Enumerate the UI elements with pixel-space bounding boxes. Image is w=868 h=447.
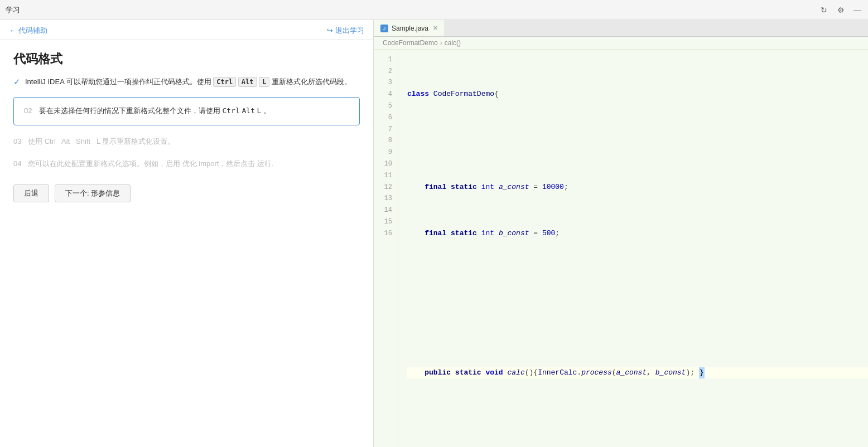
step1-text: IntelliJ IDEA 可以帮助您通过一项操作纠正代码格式。使用 Ctrl … xyxy=(25,76,351,88)
breadcrumb-class: CodeFormatDemo xyxy=(383,39,438,47)
code-line-3: final static int a_const = 10000; xyxy=(407,182,868,193)
ln-7: 7 xyxy=(374,124,398,135)
step2-number: 02 xyxy=(24,106,32,115)
breadcrumb-method: calc() xyxy=(445,39,461,47)
tab-label: Sample.java xyxy=(392,25,428,32)
step2-text: 要在未选择任何行的情况下重新格式化整个文件，请使用 Ctrl Alt L 。 xyxy=(39,106,271,115)
step4-text: 您可以在此处配置重新格式化选项。例如，启用 优化 import，然后点击 运行. xyxy=(28,159,274,168)
page-title: 代码格式 xyxy=(13,51,360,67)
tab-close-icon[interactable]: ✕ xyxy=(433,25,438,32)
ln-4: 4 xyxy=(374,89,398,100)
step2-kbd2: Alt xyxy=(242,106,254,115)
ln-3: 3 xyxy=(374,77,398,89)
kw-class: class xyxy=(407,89,429,100)
ln-15: 15 xyxy=(374,216,398,228)
step2-box: 02 要在未选择任何行的情况下重新格式化整个文件，请使用 Ctrl Alt L … xyxy=(13,97,360,125)
ln-13: 13 xyxy=(374,193,398,205)
code-line-1: class CodeFormatDemo{ xyxy=(407,89,868,100)
step2-kbd3: L xyxy=(257,106,262,115)
java-file-icon: J xyxy=(380,25,388,32)
ln-14: 14 xyxy=(374,205,398,216)
step1: ✓ IntelliJ IDEA 可以帮助您通过一项操作纠正代码格式。使用 Ctr… xyxy=(13,76,360,88)
top-bar-actions: ↻ ⚙ — xyxy=(819,5,862,15)
ln-2: 2 xyxy=(374,66,398,77)
code-area[interactable]: 1 2 3 4 5 6 7 8 9 10 11 12 13 14 15 16 c… xyxy=(374,50,868,447)
top-bar: 学习 ↻ ⚙ — xyxy=(0,0,868,20)
breadcrumb-separator: › xyxy=(440,39,442,47)
left-panel: ← 代码辅助 ↪ 退出学习 代码格式 ✓ IntelliJ IDEA 可以帮助您… xyxy=(0,20,374,447)
sample-java-tab[interactable]: J Sample.java ✕ xyxy=(374,20,445,36)
main-area: ← 代码辅助 ↪ 退出学习 代码格式 ✓ IntelliJ IDEA 可以帮助您… xyxy=(0,20,868,447)
step1-check: ✓ IntelliJ IDEA 可以帮助您通过一项操作纠正代码格式。使用 Ctr… xyxy=(13,76,360,88)
step4: 04 您可以在此处配置重新格式化选项。例如，启用 优化 import，然后点击 … xyxy=(13,157,360,171)
code-line-8 xyxy=(407,414,868,425)
code-lines: class CodeFormatDemo{ final static int a… xyxy=(398,50,868,447)
right-panel: J Sample.java ✕ CodeFormatDemo › calc() … xyxy=(374,20,868,447)
exit-link[interactable]: ↪ 退出学习 xyxy=(327,26,364,36)
ln-16: 16 xyxy=(374,228,398,240)
tab-bar: J Sample.java ✕ xyxy=(374,20,868,37)
line-numbers: 1 2 3 4 5 6 7 8 9 10 11 12 13 14 15 16 xyxy=(374,50,398,447)
step3: 03 使用 Ctrl Alt Shift L 显示重新格式化设置。 xyxy=(13,134,360,149)
step2-kbd1: Ctrl xyxy=(223,106,240,115)
step1-kbd1: Ctrl xyxy=(213,77,236,87)
ln-11: 11 xyxy=(374,170,398,182)
minimize-icon[interactable]: — xyxy=(852,5,862,15)
ln-12: 12 xyxy=(374,182,398,193)
step3-number: 03 xyxy=(13,137,21,145)
refresh-icon[interactable]: ↻ xyxy=(819,5,829,15)
left-header: ← 代码辅助 ↪ 退出学习 xyxy=(0,20,373,40)
code-line-2 xyxy=(407,135,868,147)
breadcrumb: CodeFormatDemo › calc() xyxy=(374,37,868,50)
cls-codeformatdemo: CodeFormatDemo xyxy=(433,89,494,100)
code-line-7: public static void calc(){InnerCalc.proc… xyxy=(407,367,868,379)
code-line-5 xyxy=(407,274,868,286)
code-line-6 xyxy=(407,320,868,332)
ln-1: 1 xyxy=(374,54,398,66)
left-content: 代码格式 ✓ IntelliJ IDEA 可以帮助您通过一项操作纠正代码格式。使… xyxy=(0,40,373,213)
back-link[interactable]: ← 代码辅助 xyxy=(9,26,47,36)
app-title: 学习 xyxy=(6,5,20,15)
back-button[interactable]: 后退 xyxy=(13,184,49,202)
step3-text: 使用 Ctrl Alt Shift L 显示重新格式化设置。 xyxy=(28,137,175,145)
settings-icon[interactable]: ⚙ xyxy=(836,5,846,15)
ln-5: 5 xyxy=(374,100,398,112)
code-line-4: final static int b_const = 500; xyxy=(407,228,868,240)
button-row: 后退 下一个: 形参信息 xyxy=(13,184,360,202)
ln-8: 8 xyxy=(374,135,398,147)
ln-9: 9 xyxy=(374,147,398,158)
ln-6: 6 xyxy=(374,112,398,124)
ln-10: 10 xyxy=(374,158,398,170)
step1-check-icon: ✓ xyxy=(13,77,21,87)
next-button[interactable]: 下一个: 形参信息 xyxy=(55,184,131,202)
step4-number: 04 xyxy=(13,159,21,168)
step1-kbd2: Alt xyxy=(238,77,257,87)
top-bar-title-area: 学习 xyxy=(6,5,20,15)
step1-kbd3: L xyxy=(259,77,269,87)
